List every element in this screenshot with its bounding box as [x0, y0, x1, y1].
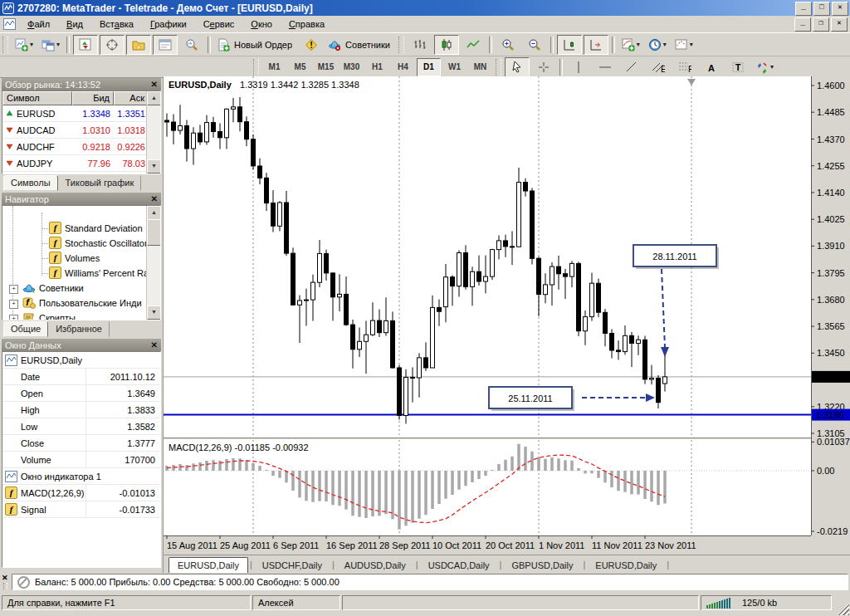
menu-item-5[interactable]: Окно [242, 17, 281, 32]
line-button[interactable] [461, 35, 486, 55]
tree-item-group[interactable]: Скрипты [22, 312, 76, 320]
timeframe-w1[interactable]: W1 [442, 58, 467, 76]
chart-canvas[interactable]: 28.11.201125.11.20111.46001.44851.43701.… [164, 76, 850, 555]
chart-tab-5[interactable]: EURUSD,Daily [587, 558, 665, 573]
close-icon[interactable]: ✕ [151, 340, 158, 350]
expand-icon[interactable]: + [9, 300, 18, 309]
table-row[interactable]: AUDCHF0.92180.9226 [2, 139, 160, 155]
menu-item-2[interactable]: Вставка [91, 17, 142, 32]
maximize-button[interactable]: □ [813, 2, 830, 16]
mdi-restore-button[interactable]: ❐ [813, 17, 829, 32]
menu-item-0[interactable]: Файл [19, 17, 58, 32]
tree-item-indicator[interactable]: fWilliams' Percent Rang [49, 266, 159, 279]
tree-item-indicator[interactable]: fStandard Deviation [49, 222, 143, 234]
tree-item-group[interactable]: fПользовательские Инди [22, 297, 142, 309]
scroll-up-icon[interactable]: ▲ [147, 206, 161, 220]
fibo-tool-button[interactable]: F [672, 57, 697, 77]
trendline-tool-button[interactable] [619, 57, 644, 77]
column-header-0[interactable]: Символ [2, 91, 72, 105]
chart-tab-0[interactable]: EURUSD,Daily [169, 557, 248, 574]
navigator-button[interactable] [126, 35, 151, 55]
arrows-tool-button[interactable]: ▾ [752, 57, 777, 77]
minimize-button[interactable]: _ [795, 2, 812, 16]
metaeditor-button[interactable]: ! [299, 35, 324, 55]
resize-grip[interactable] [838, 604, 849, 615]
data-window-button[interactable] [100, 35, 125, 55]
cursor-tool-button[interactable] [505, 57, 530, 77]
menu-item-1[interactable]: Вид [58, 17, 91, 32]
crosshair-tool-button[interactable] [531, 57, 556, 77]
svg-text:10 Oct 2011: 10 Oct 2011 [432, 540, 481, 550]
close-icon[interactable]: ✕ [151, 80, 158, 89]
label-tool-button[interactable]: T [725, 57, 750, 77]
channel-tool-button[interactable]: E [646, 57, 671, 77]
table-row[interactable]: AUDJPY77.9678.03 [2, 155, 160, 172]
tester-button[interactable] [179, 35, 204, 55]
scroll-thumb[interactable] [147, 219, 161, 246]
new-chart-button[interactable]: ▾ [12, 35, 37, 55]
scrollbar[interactable]: ▲▼ [146, 206, 160, 320]
vline-tool-button[interactable] [566, 57, 591, 77]
table-row[interactable]: EURUSD1.33481.3351 [2, 105, 160, 122]
zoom-in-button[interactable] [496, 35, 520, 55]
new-order-button[interactable]: Новый Ордер [214, 35, 297, 55]
chart-tab-1[interactable]: USDCHF,Daily [254, 558, 330, 573]
timeframe-m1[interactable]: M1 [262, 58, 286, 76]
scroll-down-icon[interactable]: ▼ [147, 159, 161, 174]
advisors-button[interactable]: Советники [325, 35, 395, 55]
templates-button[interactable]: ▾ [672, 35, 696, 55]
mdi-minimize-button[interactable]: _ [794, 17, 811, 32]
expand-icon[interactable]: + [9, 315, 18, 320]
menu-item-4[interactable]: Сервис [195, 17, 243, 32]
table-row[interactable]: AUDCAD1.03101.0318 [2, 122, 160, 139]
bars-button[interactable] [408, 35, 432, 55]
timeframe-mn[interactable]: MN [468, 58, 492, 76]
tree-item-indicator[interactable]: fStochastic Oscillator [49, 237, 148, 249]
scroll-down-icon[interactable]: ▼ [147, 306, 161, 320]
expand-icon[interactable]: + [9, 285, 18, 294]
scroll-up-icon[interactable]: ▲ [147, 91, 161, 105]
toolbar-grip[interactable] [2, 37, 8, 53]
terminal-close-icon[interactable]: ✕ [2, 574, 8, 582]
scrollbar[interactable]: ▲▼ [146, 91, 160, 174]
chart-tab-3[interactable]: USDCAD,Daily [420, 558, 498, 573]
hline-tool-button[interactable] [593, 57, 618, 77]
timeframe-d1[interactable]: D1 [417, 58, 441, 76]
chart-tab-2[interactable]: AUDUSD,Daily [336, 558, 414, 573]
timeframe-h1[interactable]: H1 [365, 58, 389, 76]
mdi-close-button[interactable]: ✕ [831, 17, 848, 32]
column-header-1[interactable]: Бид [72, 91, 114, 105]
toolbar-grip[interactable] [253, 59, 259, 76]
candles-button[interactable] [434, 35, 459, 55]
timeframe-m5[interactable]: M5 [288, 58, 312, 76]
shift-button[interactable] [584, 35, 608, 55]
tab-Общие[interactable]: Общие [3, 321, 48, 337]
terminal-button[interactable] [153, 35, 178, 55]
tree-item-label: Standard Deviation [65, 223, 143, 233]
text-tool-button[interactable]: A [699, 57, 724, 77]
toolbar-grip[interactable] [496, 59, 501, 76]
menu-item-6[interactable]: Справка [281, 17, 333, 32]
profiles-button[interactable]: ▾ [38, 35, 63, 55]
chart-tab-4[interactable]: GBPUSD,Daily [503, 558, 581, 573]
timeframe-m15[interactable]: M15 [314, 58, 338, 76]
tree-item-indicator[interactable]: fVolumes [49, 252, 100, 264]
tree-item-group[interactable]: Советники [22, 282, 84, 294]
close-button[interactable]: ✕ [832, 2, 848, 16]
timeframe-h4[interactable]: H4 [391, 58, 415, 76]
timeframe-m30[interactable]: M30 [340, 58, 364, 76]
periods-button[interactable]: ▾ [645, 35, 670, 55]
column-header-2[interactable]: Аск [114, 91, 149, 105]
tab-Символы[interactable]: Символы [3, 175, 58, 191]
terminal-grip[interactable] [3, 583, 7, 589]
market-watch-button[interactable] [73, 35, 98, 55]
chart-window[interactable]: 28.11.201125.11.20111.46001.44851.43701.… [163, 76, 850, 573]
zoom-out-button[interactable] [522, 35, 547, 55]
autoscroll-button[interactable] [557, 35, 582, 55]
toolbar-grip[interactable] [398, 37, 404, 53]
indicators-button[interactable]: ▾ [618, 35, 643, 55]
tab-Тиковый график[interactable]: Тиковый график [58, 175, 142, 191]
menu-item-3[interactable]: Графики [142, 17, 195, 32]
tab-Избранное[interactable]: Избранное [48, 321, 110, 337]
close-icon[interactable]: ✕ [151, 194, 158, 203]
